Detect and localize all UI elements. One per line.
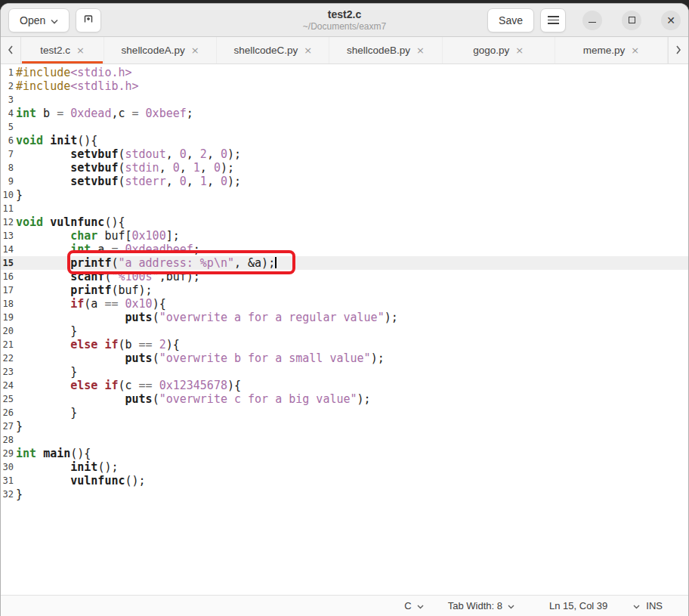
save-button-label: Save bbox=[499, 14, 523, 26]
line-number: 12 bbox=[1, 215, 16, 229]
tab-width-selector[interactable]: Tab Width: 8 bbox=[448, 600, 514, 611]
tab-shellcodeA.py[interactable]: shellcodeA.py× bbox=[104, 37, 217, 63]
code-line-text: } bbox=[16, 365, 688, 379]
line-number: 6 bbox=[1, 134, 16, 147]
code-line-text: int b = 0xdead,c = 0xbeef; bbox=[16, 107, 688, 120]
tab-meme.py[interactable]: meme.py× bbox=[555, 37, 668, 63]
code-line-text: if(a == 0x10){ bbox=[16, 297, 688, 311]
code-line-text: } bbox=[16, 324, 688, 338]
language-label: C bbox=[404, 600, 411, 611]
open-button-label: Open bbox=[20, 14, 45, 26]
tab-close-icon[interactable]: × bbox=[76, 45, 85, 56]
code-line: 2#include<stdlib.h> bbox=[1, 79, 688, 93]
code-line: 15 printf("a address: %p\n", &a); bbox=[1, 256, 688, 270]
code-line: 20 } bbox=[1, 324, 688, 338]
code-line-text: puts("overwrite b for a small value"); bbox=[16, 351, 688, 365]
minimize-button[interactable] bbox=[582, 11, 602, 30]
tab-label: gogo.py bbox=[473, 45, 509, 56]
tab-close-icon[interactable]: × bbox=[631, 45, 639, 56]
line-number: 5 bbox=[1, 120, 16, 134]
close-button[interactable]: ✕ bbox=[661, 11, 681, 30]
code-line-text: } bbox=[16, 188, 688, 202]
tab-label: test2.c bbox=[40, 45, 70, 56]
code-line: 3 bbox=[1, 93, 688, 107]
cursor-position-label: Ln 15, Col 39 bbox=[549, 600, 607, 611]
text-cursor bbox=[275, 257, 277, 268]
tabs-scroll-right-button[interactable] bbox=[668, 37, 688, 63]
code-line: 21 else if(b == 2){ bbox=[1, 338, 688, 351]
line-number: 13 bbox=[1, 229, 16, 243]
code-line: 13 char buf[0x100]; bbox=[1, 229, 688, 243]
line-number: 14 bbox=[1, 243, 16, 256]
code-editor-area[interactable]: 1#include<stdio.h>2#include<stdlib.h>34i… bbox=[1, 64, 688, 595]
code-line: 19 puts("overwrite a for a regular value… bbox=[1, 311, 688, 324]
tab-close-icon[interactable]: × bbox=[515, 45, 524, 56]
line-number: 32 bbox=[1, 488, 16, 501]
code-line: 23 } bbox=[1, 365, 688, 379]
save-button[interactable]: Save bbox=[487, 8, 534, 33]
chevron-down-icon bbox=[633, 600, 640, 611]
new-tab-icon bbox=[82, 13, 94, 27]
code-line: 9 setvbuf(stderr, 0, 1, 0); bbox=[1, 175, 688, 188]
tab-label: meme.py bbox=[583, 45, 626, 56]
code-line: 10} bbox=[1, 188, 688, 202]
code-line: 7 setvbuf(stdout, 0, 2, 0); bbox=[1, 147, 688, 161]
code-line: 5 bbox=[1, 120, 688, 134]
insert-mode-indicator: INS bbox=[646, 600, 663, 611]
tab-close-icon[interactable]: × bbox=[191, 45, 199, 56]
chevron-down-icon bbox=[508, 600, 514, 611]
chevron-left-icon bbox=[8, 44, 14, 57]
tab-close-icon[interactable]: × bbox=[304, 45, 312, 56]
code-line: 12void vulnfunc(){ bbox=[1, 215, 688, 229]
tab-gogo.py[interactable]: gogo.py× bbox=[443, 37, 555, 63]
code-line-text: } bbox=[16, 419, 688, 433]
line-number: 29 bbox=[1, 447, 16, 460]
code-line: 11 bbox=[1, 202, 688, 215]
code-line: 28 bbox=[1, 433, 688, 447]
tab-shellcodeC.py[interactable]: shellcodeC.py× bbox=[217, 37, 329, 63]
code-line: 18 if(a == 0x10){ bbox=[1, 297, 688, 311]
tab-close-icon[interactable]: × bbox=[416, 45, 425, 56]
code-line-text: scanf("%100s",buf); bbox=[16, 270, 688, 283]
code-line-text: char buf[0x100]; bbox=[16, 229, 688, 243]
line-number: 20 bbox=[1, 324, 16, 338]
tab-label: shellcodeC.py bbox=[233, 45, 298, 56]
code-line-text: vulnfunc(); bbox=[16, 474, 688, 488]
status-bar: C Tab Width: 8 Ln 15, Col 39 INS bbox=[1, 595, 688, 616]
cursor-position-indicator[interactable]: Ln 15, Col 39 bbox=[549, 600, 607, 611]
tabs-container: test2.c×shellcodeA.py×shellcodeC.py×shel… bbox=[21, 37, 668, 63]
code-line: 26 } bbox=[1, 406, 688, 419]
tab-bar: test2.c×shellcodeA.py×shellcodeC.py×shel… bbox=[1, 37, 688, 64]
line-number: 9 bbox=[1, 175, 16, 188]
line-number: 4 bbox=[1, 107, 16, 120]
maximize-icon bbox=[629, 17, 635, 23]
position-menu-button[interactable] bbox=[633, 600, 640, 611]
code-line-text: else if(b == 2){ bbox=[16, 338, 688, 351]
tabs-scroll-left-button[interactable] bbox=[1, 37, 21, 63]
open-button[interactable]: Open bbox=[8, 8, 70, 33]
maximize-button[interactable] bbox=[622, 11, 641, 30]
new-tab-button[interactable] bbox=[76, 8, 101, 33]
code-line-text bbox=[16, 93, 688, 107]
text-editor-window: Open test2.c ~/Documents/eaxm7 Save bbox=[0, 3, 689, 616]
hamburger-menu-icon bbox=[548, 16, 559, 24]
code-line-text: puts("overwrite c for a big value"); bbox=[16, 392, 688, 406]
line-number: 30 bbox=[1, 460, 16, 474]
code-line: 32} bbox=[1, 488, 688, 501]
line-number: 17 bbox=[1, 283, 16, 297]
line-number: 25 bbox=[1, 392, 16, 406]
code-line: 22 puts("overwrite b for a small value")… bbox=[1, 351, 688, 365]
tab-shellcodeB.py[interactable]: shellcodeB.py× bbox=[329, 37, 442, 63]
insert-mode-label: INS bbox=[646, 600, 663, 611]
code-line: 31 vulnfunc(); bbox=[1, 474, 688, 488]
code-line-text: void vulnfunc(){ bbox=[16, 215, 688, 229]
line-number: 7 bbox=[1, 147, 16, 161]
code-line-text: init(); bbox=[16, 460, 688, 474]
line-number: 28 bbox=[1, 433, 16, 447]
code-line: 25 puts("overwrite c for a big value"); bbox=[1, 392, 688, 406]
tab-test2.c[interactable]: test2.c× bbox=[21, 37, 104, 63]
code-line-text: printf("a address: %p\n", &a); bbox=[16, 256, 688, 270]
main-menu-button[interactable] bbox=[540, 8, 566, 33]
language-selector[interactable]: C bbox=[404, 600, 423, 611]
line-number: 15 bbox=[1, 256, 16, 270]
